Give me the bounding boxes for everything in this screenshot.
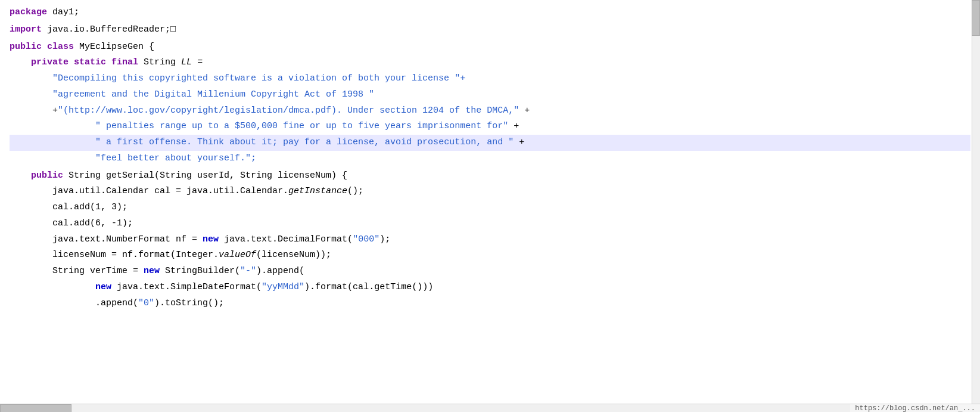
code-token: new — [144, 266, 160, 276]
code-token: StringBuilder( — [160, 266, 240, 276]
code-token: java.text.SimpleDateFormat( — [111, 282, 262, 292]
code-token: "feel better about yourself."; — [95, 153, 256, 163]
code-token: = — [192, 57, 203, 67]
code-token — [10, 171, 31, 181]
code-token: .append( — [10, 298, 138, 308]
code-token: static — [74, 57, 106, 67]
code-token: public — [10, 42, 42, 52]
horizontal-scrollbar-thumb[interactable] — [0, 404, 71, 412]
code-token: java.io.BufferedReader;□ — [42, 24, 176, 35]
code-token: ).toString(); — [154, 298, 224, 308]
code-token — [69, 57, 74, 67]
code-line: java.util.Calendar cal = java.util.Calen… — [10, 184, 970, 200]
code-token: java.util.Calendar cal = java.util.Calen… — [10, 186, 288, 196]
code-token: + — [508, 121, 519, 131]
code-token: String — [138, 57, 181, 67]
code-token: day1; — [47, 7, 79, 17]
code-line: import java.io.BufferedReader;□ — [10, 22, 970, 38]
code-line: "Decompiling this copyrighted software i… — [10, 71, 970, 87]
code-token: "0" — [138, 298, 154, 308]
code-token: "-" — [240, 266, 256, 276]
code-line: new java.text.SimpleDateFormat("yyMMdd")… — [10, 280, 970, 296]
code-line: public class MyEclipseGen { — [10, 39, 970, 55]
code-token — [10, 73, 52, 83]
code-token — [10, 89, 52, 100]
code-token: "agreement and the Digital Millenium Cop… — [52, 89, 374, 100]
code-line: cal.add(6, -1); — [10, 216, 970, 232]
code-line: private static final String LL = — [10, 55, 970, 71]
code-token: valueOf — [219, 250, 256, 260]
code-token: licenseNum = nf.format(Integer. — [10, 250, 219, 260]
scrollbar-thumb[interactable] — [972, 0, 980, 36]
code-line: " penalties range up to a $500,000 fine … — [10, 119, 970, 135]
code-line: "agreement and the Digital Millenium Cop… — [10, 87, 970, 103]
code-line: " a first offense. Think about it; pay f… — [10, 135, 970, 151]
horizontal-scrollbar[interactable]: https://blog.csdn.net/an_... — [0, 404, 980, 412]
code-line: public String getSerial(String userId, S… — [10, 168, 970, 184]
code-token: "yyMMdd" — [262, 282, 304, 292]
code-token — [10, 57, 31, 67]
code-token: "000" — [353, 234, 379, 244]
code-line: +"(http://www.loc.gov/copyright/legislat… — [10, 103, 970, 119]
code-token: "Decompiling this copyrighted software i… — [52, 73, 465, 83]
code-token: getInstance — [288, 186, 347, 196]
code-lines: package day1;import java.io.BufferedRead… — [0, 5, 980, 311]
code-token: + — [10, 106, 58, 116]
code-line: cal.add(1, 3); — [10, 200, 970, 216]
code-token: (licenseNum)); — [256, 250, 331, 260]
code-token — [10, 153, 95, 163]
code-token: java.text.DecimalFormat( — [219, 234, 353, 244]
code-token — [10, 121, 95, 131]
code-line: "feel better about yourself."; — [10, 151, 970, 167]
code-token: ).format(cal.getTime())) — [304, 282, 433, 292]
code-token: " a first offense. Think about it; pay f… — [95, 137, 514, 147]
status-bar: https://blog.csdn.net/an_... — [850, 404, 980, 412]
code-token: (); — [347, 186, 363, 196]
code-line: String verTime = new StringBuilder("-").… — [10, 264, 970, 280]
code-token: MyEclipseGen { — [74, 42, 154, 52]
code-token: "(http://www.loc.gov/copyright/legislati… — [58, 106, 519, 116]
code-token: private — [31, 57, 69, 67]
vertical-scrollbar[interactable] — [972, 0, 980, 404]
code-token: cal.add(6, -1); — [10, 218, 133, 228]
code-line: licenseNum = nf.format(Integer.valueOf(l… — [10, 247, 970, 264]
code-line: java.text.NumberFormat nf = new java.tex… — [10, 232, 970, 248]
code-token: java.text.NumberFormat nf = — [10, 234, 203, 244]
code-token: " penalties range up to a $500,000 fine … — [95, 121, 508, 131]
code-token: public — [31, 171, 63, 181]
code-token: String getSerial(String userId, String l… — [63, 171, 347, 181]
code-line: .append("0").toString(); — [10, 296, 970, 312]
code-token: import — [10, 24, 42, 35]
code-token: new — [95, 282, 111, 292]
code-token: String verTime = — [10, 266, 144, 276]
code-token: package — [10, 7, 47, 17]
code-editor: package day1;import java.io.BufferedRead… — [0, 0, 980, 404]
code-token: final — [111, 57, 138, 67]
code-token — [10, 137, 95, 147]
code-token: + — [514, 137, 524, 147]
code-token: ); — [379, 234, 390, 244]
code-token: class — [47, 42, 74, 52]
code-token — [42, 42, 47, 52]
code-token: cal.add(1, 3); — [10, 202, 127, 212]
code-line: package day1; — [10, 5, 970, 21]
code-token — [106, 57, 111, 67]
code-token: new — [203, 234, 219, 244]
status-url: https://blog.csdn.net/an_... — [855, 404, 975, 412]
code-token: LL — [181, 57, 192, 67]
code-token: + — [519, 106, 530, 116]
code-token: ).append( — [256, 266, 304, 276]
code-token — [10, 282, 95, 292]
